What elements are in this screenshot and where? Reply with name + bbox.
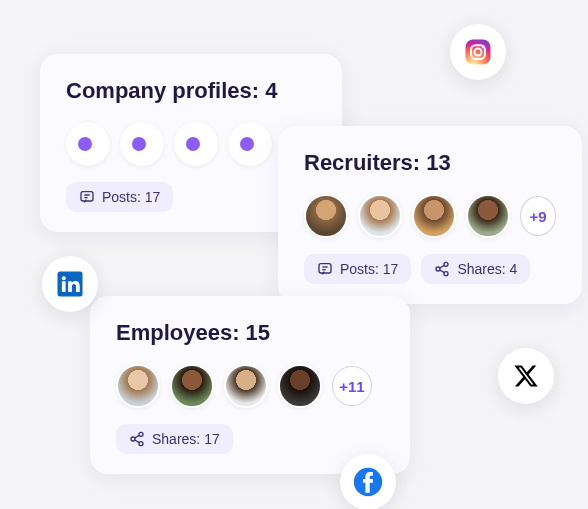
posts-label: Posts: 17 (102, 189, 160, 205)
employees-avatars: +11 (116, 364, 384, 408)
svg-point-1 (132, 137, 146, 151)
employee-avatar[interactable] (224, 364, 268, 408)
recruiters-more-count[interactable]: +9 (520, 196, 556, 236)
svg-point-25 (62, 276, 66, 280)
shares-stat: Shares: 4 (421, 254, 530, 284)
company-logo-avatar[interactable] (120, 122, 164, 166)
employee-avatar[interactable] (278, 364, 322, 408)
message-icon (317, 261, 333, 277)
svg-line-13 (440, 265, 445, 268)
svg-point-15 (139, 432, 143, 436)
employees-stats: Shares: 17 (116, 424, 384, 454)
posts-stat: Posts: 17 (304, 254, 411, 284)
linkedin-icon[interactable] (42, 256, 98, 312)
svg-point-16 (131, 437, 135, 441)
shares-label: Shares: 17 (152, 431, 220, 447)
employees-card-title: Employees: 15 (116, 320, 384, 346)
svg-line-14 (440, 270, 445, 273)
svg-line-18 (135, 435, 140, 438)
recruiters-card-title: Recruiters: 13 (304, 150, 556, 176)
svg-point-17 (139, 442, 143, 446)
svg-point-12 (444, 272, 448, 276)
recruiter-avatar[interactable] (304, 194, 348, 238)
recruiter-avatar[interactable] (412, 194, 456, 238)
svg-rect-26 (62, 281, 66, 292)
posts-label: Posts: 17 (340, 261, 398, 277)
recruiter-avatar[interactable] (358, 194, 402, 238)
svg-point-2 (186, 137, 200, 151)
x-icon[interactable] (498, 348, 554, 404)
employee-avatar[interactable] (170, 364, 214, 408)
company-card-title: Company profiles: 4 (66, 78, 316, 104)
shares-stat: Shares: 17 (116, 424, 233, 454)
svg-point-3 (240, 137, 254, 151)
employees-card: Employees: 15 +11 Shares: 17 (90, 296, 410, 474)
svg-point-11 (436, 267, 440, 271)
svg-point-10 (444, 262, 448, 266)
shares-label: Shares: 4 (457, 261, 517, 277)
svg-point-0 (78, 137, 92, 151)
share-icon (434, 261, 450, 277)
company-logo-avatar[interactable] (228, 122, 272, 166)
svg-rect-7 (319, 264, 331, 273)
employees-more-count[interactable]: +11 (332, 366, 372, 406)
recruiters-card: Recruiters: 13 +9 Posts: 17 Shares: 4 (278, 126, 582, 304)
recruiters-stats: Posts: 17 Shares: 4 (304, 254, 556, 284)
posts-stat: Posts: 17 (66, 182, 173, 212)
svg-line-19 (135, 440, 140, 443)
share-icon (129, 431, 145, 447)
company-logo-avatar[interactable] (174, 122, 218, 166)
svg-point-23 (482, 46, 484, 48)
instagram-icon[interactable] (450, 24, 506, 80)
recruiter-avatar[interactable] (466, 194, 510, 238)
svg-rect-4 (81, 192, 93, 201)
message-icon (79, 189, 95, 205)
company-logo-avatar[interactable] (66, 122, 110, 166)
facebook-icon[interactable] (340, 454, 396, 509)
employee-avatar[interactable] (116, 364, 160, 408)
svg-rect-20 (466, 40, 491, 65)
recruiters-avatars: +9 (304, 194, 556, 238)
